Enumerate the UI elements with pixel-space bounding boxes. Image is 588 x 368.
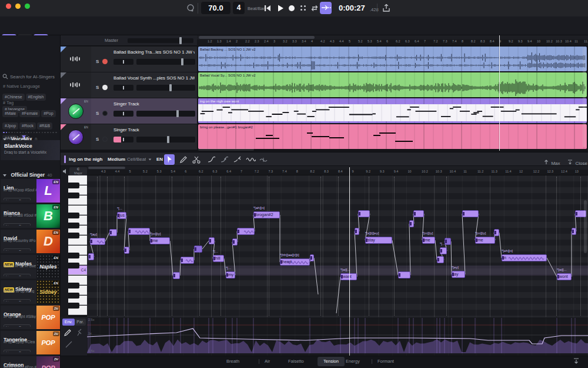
param-tab-breath[interactable]: Breath xyxy=(226,357,239,366)
track-clip[interactable]: Ballad Vocal Sy... SOS NO 1 JW v2 xyxy=(198,72,587,97)
record-arm-button[interactable] xyxy=(102,59,108,64)
master-volume-handle[interactable] xyxy=(179,37,182,44)
solo-button[interactable]: S xyxy=(96,137,99,142)
close-window-button[interactable] xyxy=(6,4,11,9)
piano-note[interactable]: n xyxy=(502,254,547,261)
piano-note[interactable] xyxy=(109,229,117,236)
pianoroll-scrollbar-handle[interactable] xyxy=(88,167,125,169)
piano-note[interactable]: want xyxy=(340,273,357,280)
param-tab-falsetto[interactable]: Falsetto xyxy=(288,357,304,366)
param-tab-air[interactable]: Air xyxy=(265,357,270,366)
track-clip[interactable]: ing on the nigh owe wont xyxy=(198,98,587,123)
play-icon[interactable] xyxy=(276,4,285,12)
volume-handle[interactable] xyxy=(167,136,169,143)
piano-note[interactable] xyxy=(237,228,255,235)
piano-note[interactable]: brogan#2 xyxy=(253,211,280,218)
record-arm-button[interactable] xyxy=(102,137,108,142)
singer-card[interactable]: Bianca#Pop #R&B #Soul #License Free>BEN xyxy=(1,204,60,228)
piano-note[interactable] xyxy=(90,238,105,245)
volume-handle[interactable] xyxy=(169,84,172,91)
piano-note[interactable] xyxy=(572,228,576,235)
piano-black-key[interactable] xyxy=(68,283,79,289)
param-tab-energy[interactable]: Energy xyxy=(346,357,360,366)
zoom-window-button[interactable] xyxy=(25,4,30,9)
piano-note[interactable] xyxy=(413,210,424,217)
piano-note[interactable]: me xyxy=(422,237,435,244)
pitch-line-tool-button[interactable] xyxy=(206,154,217,165)
singer-card[interactable]: NEWNaples#Rock #Pop #PoweLicense Free>Na… xyxy=(1,255,60,279)
piano-note[interactable] xyxy=(494,229,499,236)
clip-name[interactable]: ing on the nigh ... xyxy=(69,157,103,162)
volume-slider[interactable] xyxy=(136,85,195,91)
piano-keyboard[interactable]: C4 xyxy=(68,175,87,317)
grid-dots-icon[interactable] xyxy=(300,5,302,7)
track-playhead[interactable] xyxy=(499,35,500,151)
piano-note[interactable] xyxy=(440,247,447,254)
piano-black-key[interactable] xyxy=(68,263,79,268)
piano-black-key[interactable] xyxy=(68,183,79,188)
piano-note[interactable] xyxy=(409,220,414,227)
tempo-display[interactable]: 70.0 xyxy=(201,2,230,14)
smooth-tool-button[interactable] xyxy=(258,154,269,165)
pencil-tool-button[interactable] xyxy=(178,154,189,165)
pan-control[interactable] xyxy=(113,137,133,142)
piano-note[interactable]: heart xyxy=(280,258,310,266)
pitch-anchor-tool-button[interactable] xyxy=(219,154,230,165)
beats-per-bar-display[interactable]: 4 xyxy=(233,2,245,14)
export-icon[interactable] xyxy=(382,4,390,12)
singer-card[interactable]: David#Pop #Country #FoLicense Free>DEN xyxy=(1,230,60,253)
singer-card[interactable]: Orange#Pop #Bright #SilkyLicense Free>PO… xyxy=(1,306,60,329)
blankvoice-card[interactable]: BlankVoice Drag to start a VoiceMix xyxy=(1,140,60,160)
key-signature-box[interactable]: CMajor xyxy=(69,167,87,175)
language-tag-chip[interactable]: #English xyxy=(26,94,46,101)
timeline-ruler[interactable]: 1.21.31.422.22.32.433.23.33.444.24.34.45… xyxy=(197,39,588,47)
solo-button[interactable]: S xyxy=(96,59,99,64)
piano-black-key[interactable] xyxy=(68,193,79,198)
track-clip[interactable]: Ballad Backing ... SOS NO 1 JW v2 xyxy=(198,47,587,71)
metronome-icon[interactable] xyxy=(186,4,195,13)
piano-note[interactable]: me xyxy=(150,237,170,244)
piano-note[interactable] xyxy=(181,257,194,264)
lyric-language-button[interactable]: EN xyxy=(156,157,163,162)
piano-note[interactable]: me xyxy=(475,237,495,244)
pan-control[interactable] xyxy=(113,59,133,65)
volume-slider[interactable] xyxy=(136,59,195,65)
piano-note[interactable]: stay xyxy=(365,237,392,244)
piano-note[interactable] xyxy=(437,256,444,263)
piano-note[interactable] xyxy=(462,210,479,217)
piano-note[interactable] xyxy=(445,238,451,245)
pitch-pen-tool-button[interactable] xyxy=(232,154,243,165)
auto-scroll-button[interactable] xyxy=(320,2,332,14)
pan-control[interactable] xyxy=(113,111,133,117)
env-curve-area[interactable] xyxy=(87,317,588,356)
volume-handle[interactable] xyxy=(181,58,183,65)
pianoroll-vscrollbar[interactable] xyxy=(584,200,587,253)
piano-black-key[interactable] xyxy=(68,233,79,238)
piano-note[interactable] xyxy=(398,271,410,279)
track-vscrollbar[interactable] xyxy=(583,47,586,147)
piano-note[interactable]: my xyxy=(226,271,235,279)
singer-avatar[interactable] xyxy=(68,104,83,119)
singer-avatar[interactable] xyxy=(68,130,83,145)
record-arm-button[interactable] xyxy=(102,111,108,116)
piano-note[interactable] xyxy=(355,228,359,235)
piano-note[interactable]: jus xyxy=(117,212,126,219)
param-tab-formant[interactable]: Formant xyxy=(377,357,394,366)
grid-selector[interactable]: Cell/Beat xyxy=(127,157,146,162)
piano-black-key[interactable] xyxy=(68,223,79,228)
piano-note[interactable] xyxy=(124,247,129,254)
singer-card[interactable]: Tangerine#Pop #Cpop #CleaLicense Free>PO… xyxy=(1,331,60,354)
track-hscrollbar[interactable] xyxy=(198,148,254,151)
timeline-scrollbar-handle[interactable] xyxy=(199,36,315,39)
track-header[interactable]: ENSinger TrackS xyxy=(61,98,197,124)
piano-note[interactable] xyxy=(232,238,238,246)
track-header[interactable]: ENSinger TrackS xyxy=(61,124,197,150)
piano-note[interactable] xyxy=(88,253,94,260)
track-clip[interactable]: bring on please...gen#1 brogan#2 xyxy=(198,124,587,149)
piano-note[interactable] xyxy=(128,228,150,235)
pan-control[interactable] xyxy=(113,85,133,91)
tag-chip[interactable]: #Male xyxy=(2,110,18,117)
scissors-tool-button[interactable] xyxy=(191,154,202,165)
pianoroll-ruler[interactable]: 4.34.455.25.35.466.26.36.477.27.37.488.2… xyxy=(87,170,588,175)
volume-slider[interactable] xyxy=(136,111,195,117)
